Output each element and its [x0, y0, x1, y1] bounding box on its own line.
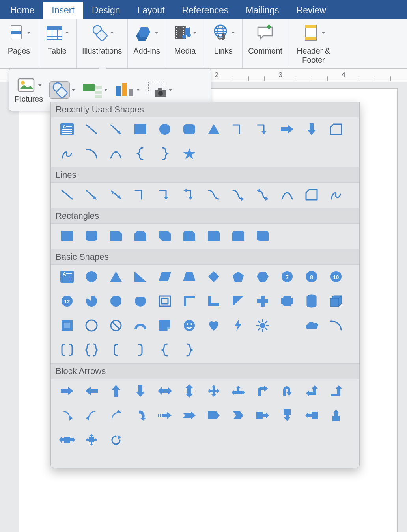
shape-donut[interactable] [79, 318, 104, 333]
shape-snip-same-side[interactable] [128, 228, 153, 244]
shape-right-arrow[interactable] [55, 383, 79, 399]
headerfooter-button[interactable] [300, 21, 327, 44]
shape-u-turn-arrow[interactable] [275, 383, 299, 399]
shape-scribble[interactable] [55, 146, 79, 162]
shape-quad-arrow-callout[interactable] [79, 432, 104, 448]
shape-arc[interactable] [324, 318, 348, 333]
addins-button[interactable] [133, 21, 160, 44]
shape-hexagon[interactable] [250, 269, 275, 285]
shape-heart[interactable] [202, 318, 226, 333]
tab-references[interactable]: References [174, 2, 237, 19]
shape-elbow-double-arrow[interactable] [177, 187, 202, 203]
shape-diagonal-stripe[interactable] [226, 293, 250, 309]
links-button[interactable] [210, 21, 237, 44]
shape-double-brace[interactable] [79, 342, 104, 358]
shape-sun[interactable] [250, 318, 275, 333]
shape-left-right-arrow[interactable] [153, 383, 177, 399]
shape-smiley-face[interactable] [177, 318, 202, 333]
media-button[interactable] [172, 21, 198, 44]
shape-right-arrow-callout[interactable] [250, 407, 275, 423]
shape-left-brace[interactable] [128, 146, 153, 162]
shape-circular-arrow[interactable] [104, 432, 128, 448]
shape-line[interactable] [55, 187, 79, 203]
shape-right-bracket[interactable] [128, 342, 153, 358]
shape-regular-pentagon[interactable] [226, 269, 250, 285]
sub-smartart[interactable] [79, 80, 110, 99]
shape-notched-right-arrow[interactable] [177, 407, 202, 423]
shape-left-arrow[interactable] [79, 383, 104, 399]
shape-diamond[interactable] [202, 269, 226, 285]
shape-octagon[interactable]: 8 [299, 269, 324, 285]
shape-up-arrow-callout[interactable] [324, 407, 348, 423]
shape-chord[interactable] [128, 293, 153, 309]
shape-elbow-connector[interactable] [128, 187, 153, 203]
shapes-scroll[interactable]: Recently Used Shapes A Lines [51, 102, 359, 468]
shape-cloud[interactable] [299, 318, 324, 333]
shape-parallelogram[interactable] [153, 269, 177, 285]
shape-up-arrow[interactable] [104, 383, 128, 399]
shape-rectangle[interactable] [128, 121, 153, 137]
shape-down-arrow-callout[interactable] [275, 407, 299, 423]
shape-elbow-connector[interactable] [226, 121, 250, 137]
shape-text-box[interactable]: A [55, 121, 79, 137]
shape-snip-diagonal[interactable] [153, 228, 177, 244]
shape-curved-right-arrow[interactable] [55, 407, 79, 423]
shape-teardrop[interactable] [104, 293, 128, 309]
shape-curved-down-arrow[interactable] [128, 407, 153, 423]
tab-review[interactable]: Review [288, 2, 335, 19]
shape-round-single-corner[interactable] [202, 228, 226, 244]
shape-striped-right-arrow[interactable] [153, 407, 177, 423]
shape-elbow-arrow-connector[interactable] [153, 187, 177, 203]
sub-shapes[interactable] [47, 80, 78, 99]
shape-left-brace[interactable] [153, 342, 177, 358]
comment-button[interactable] [255, 21, 276, 44]
shape-cube[interactable] [324, 293, 348, 309]
shape-flowchart-offpage[interactable] [324, 121, 348, 137]
shape-plaque[interactable] [275, 293, 299, 309]
tab-design[interactable]: Design [83, 2, 129, 19]
shape-line-arrow[interactable] [104, 121, 128, 137]
shape-curved-up-arrow[interactable] [104, 407, 128, 423]
shape-block-arc[interactable] [128, 318, 153, 333]
shape-left-up-arrow[interactable] [299, 383, 324, 399]
shape-line[interactable] [79, 121, 104, 137]
shape-curve[interactable] [275, 187, 299, 203]
sub-pictures[interactable]: Pictures [12, 76, 45, 104]
shape-round-diagonal[interactable] [250, 228, 275, 244]
shape-moon[interactable] [275, 318, 299, 333]
shape-right-triangle[interactable] [128, 269, 153, 285]
shape-star-5[interactable] [177, 146, 202, 162]
illustrations-button[interactable] [89, 21, 116, 44]
shape-plus[interactable] [250, 293, 275, 309]
shape-lightning-bolt[interactable] [226, 318, 250, 333]
shape-double-arrow[interactable] [104, 187, 128, 203]
shape-down-arrow[interactable] [128, 383, 153, 399]
shape-decagon[interactable]: 10 [324, 269, 348, 285]
shape-no-symbol[interactable] [104, 318, 128, 333]
shape-quad-arrow[interactable] [202, 383, 226, 399]
shape-snip-round-single[interactable] [177, 228, 202, 244]
shape-arc[interactable] [79, 146, 104, 162]
shape-rounded-rectangle[interactable] [177, 121, 202, 137]
shape-heptagon[interactable]: 7 [275, 269, 299, 285]
shape-curved-arrow-connector[interactable] [226, 187, 250, 203]
shape-half-frame[interactable] [177, 293, 202, 309]
shape-text-box[interactable]: A [55, 269, 79, 285]
shape-bent-up-arrow[interactable] [324, 383, 348, 399]
shape-oval[interactable] [153, 121, 177, 137]
tab-layout[interactable]: Layout [129, 2, 174, 19]
shape-frame[interactable] [153, 293, 177, 309]
shape-curved-connector[interactable] [202, 187, 226, 203]
shape-bent-arrow[interactable] [250, 383, 275, 399]
sub-chart[interactable] [112, 80, 142, 99]
shape-curved-left-arrow[interactable] [79, 407, 104, 423]
shape-folded-corner[interactable] [153, 318, 177, 333]
shape-rounded-rectangle[interactable] [79, 228, 104, 244]
tab-home[interactable]: Home [2, 2, 43, 19]
shape-elbow-arrow-connector[interactable] [250, 121, 275, 137]
shape-left-right-up-arrow[interactable] [226, 383, 250, 399]
shape-left-bracket[interactable] [104, 342, 128, 358]
shape-chevron[interactable] [226, 407, 250, 423]
table-button[interactable] [44, 21, 71, 44]
shape-curved-double-arrow[interactable] [250, 187, 275, 203]
